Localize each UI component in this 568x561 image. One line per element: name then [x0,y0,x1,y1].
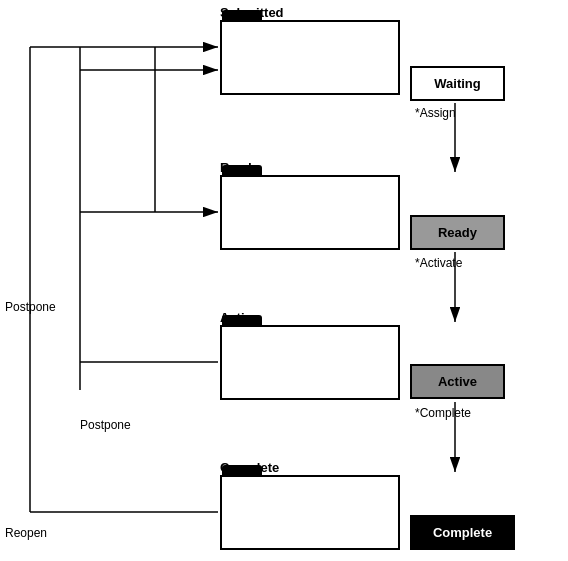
action-activate: *Activate [415,256,462,270]
badge-complete: Complete [410,515,515,550]
folder-ready [220,175,400,250]
label-ready: Ready [220,160,259,175]
folder-active [220,325,400,400]
postpone-top-label: Postpone [5,300,56,314]
label-active: Active [220,310,259,325]
badge-ready: Ready [410,215,505,250]
folder-complete [220,475,400,550]
reopen-label: Reopen [5,526,47,540]
action-complete: *Complete [415,406,471,420]
label-submitted: Submitted [220,5,284,20]
label-complete: Complete [220,460,279,475]
badge-waiting: Waiting [410,66,505,101]
folder-submitted [220,20,400,95]
badge-active: Active [410,364,505,399]
diagram-container: Submitted Ready Active Complete Waiting … [0,0,568,561]
action-assign: *Assign [415,106,456,120]
postpone-bottom-label: Postpone [80,418,131,432]
